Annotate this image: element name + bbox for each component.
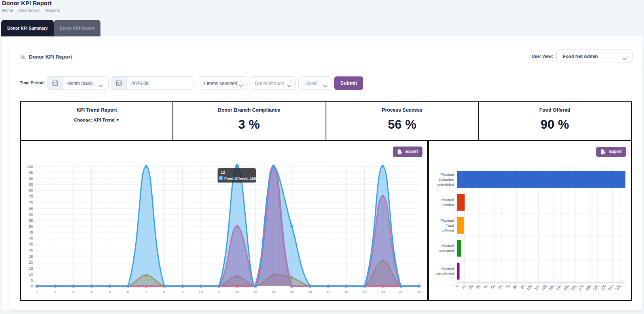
svg-text:4: 4 bbox=[91, 289, 93, 294]
svg-text:15: 15 bbox=[29, 266, 33, 270]
svg-text:20: 20 bbox=[468, 284, 474, 289]
svg-text:Food: Food bbox=[445, 223, 454, 228]
svg-text:13: 13 bbox=[253, 289, 258, 294]
svg-text:170: 170 bbox=[578, 284, 585, 291]
svg-text:10: 10 bbox=[199, 289, 203, 294]
svg-text:6: 6 bbox=[127, 289, 129, 294]
svg-text:Planned: Planned bbox=[440, 172, 454, 177]
svg-text:80: 80 bbox=[512, 284, 518, 289]
svg-text:150: 150 bbox=[563, 284, 570, 291]
svg-text:Planned: Planned bbox=[440, 218, 454, 223]
svg-text:Planned: Planned bbox=[440, 266, 454, 271]
svg-text:110: 110 bbox=[533, 284, 540, 291]
svg-text:Scheduled: Scheduled bbox=[436, 183, 454, 187]
svg-text:1: 1 bbox=[36, 289, 38, 294]
svg-text:Planned: Planned bbox=[440, 198, 454, 202]
svg-text:Transferred: Transferred bbox=[435, 272, 454, 276]
svg-text:5: 5 bbox=[31, 278, 33, 282]
svg-text:9: 9 bbox=[182, 289, 184, 294]
svg-text:16: 16 bbox=[308, 289, 312, 294]
svg-text:65: 65 bbox=[29, 206, 33, 211]
svg-text:Accepted: Accepted bbox=[438, 249, 454, 253]
svg-text:200: 200 bbox=[600, 284, 607, 291]
svg-text:160: 160 bbox=[570, 284, 578, 291]
svg-text:85: 85 bbox=[29, 182, 33, 186]
svg-text:25: 25 bbox=[29, 254, 33, 259]
svg-text:20: 20 bbox=[29, 260, 33, 265]
svg-text:3: 3 bbox=[72, 289, 74, 294]
svg-text:55: 55 bbox=[29, 218, 33, 223]
svg-text:50: 50 bbox=[29, 224, 33, 228]
svg-text:7: 7 bbox=[145, 289, 147, 294]
svg-text:21: 21 bbox=[399, 289, 403, 294]
svg-text:180: 180 bbox=[585, 284, 592, 291]
svg-text:50: 50 bbox=[490, 284, 496, 289]
svg-text:30: 30 bbox=[29, 248, 33, 252]
svg-text:5: 5 bbox=[109, 289, 111, 294]
svg-text:Offered: Offered bbox=[441, 228, 454, 233]
svg-text:8: 8 bbox=[163, 289, 165, 294]
svg-text:35: 35 bbox=[29, 242, 33, 246]
svg-text:60: 60 bbox=[29, 212, 33, 217]
svg-text:140: 140 bbox=[555, 284, 563, 291]
svg-text:100: 100 bbox=[27, 164, 33, 169]
svg-text:100: 100 bbox=[526, 284, 533, 291]
svg-text:18: 18 bbox=[344, 289, 349, 294]
svg-text:75: 75 bbox=[29, 194, 33, 198]
svg-text:0: 0 bbox=[455, 284, 459, 288]
svg-text:120: 120 bbox=[540, 284, 548, 291]
svg-text:12: 12 bbox=[235, 289, 239, 294]
svg-text:95: 95 bbox=[29, 170, 33, 175]
svg-text:19: 19 bbox=[362, 289, 367, 294]
svg-text:14: 14 bbox=[271, 289, 276, 294]
svg-text:220: 220 bbox=[614, 284, 622, 291]
svg-text:Posted: Posted bbox=[442, 203, 454, 207]
svg-text:130: 130 bbox=[548, 284, 555, 291]
svg-text:20: 20 bbox=[381, 289, 385, 294]
svg-text:70: 70 bbox=[29, 200, 33, 204]
svg-text:40: 40 bbox=[483, 284, 489, 289]
svg-text:0: 0 bbox=[31, 284, 33, 288]
svg-text:30: 30 bbox=[475, 284, 481, 289]
svg-text:10: 10 bbox=[460, 284, 466, 289]
svg-text:45: 45 bbox=[29, 230, 33, 234]
svg-text:70: 70 bbox=[505, 284, 511, 289]
svg-text:40: 40 bbox=[29, 236, 33, 240]
svg-text:17: 17 bbox=[326, 289, 330, 294]
svg-text:22: 22 bbox=[417, 289, 421, 294]
svg-text:2: 2 bbox=[54, 289, 56, 294]
svg-text:10: 10 bbox=[29, 272, 33, 276]
svg-text:190: 190 bbox=[592, 284, 600, 291]
svg-text:15: 15 bbox=[290, 289, 294, 294]
svg-text:60: 60 bbox=[497, 284, 503, 289]
svg-text:11: 11 bbox=[217, 289, 221, 294]
svg-text:90: 90 bbox=[519, 284, 525, 289]
svg-text:90: 90 bbox=[29, 176, 33, 181]
svg-text:80: 80 bbox=[29, 188, 33, 192]
svg-text:Donation: Donation bbox=[439, 177, 454, 182]
svg-text:Planned: Planned bbox=[440, 244, 454, 248]
svg-text:210: 210 bbox=[607, 284, 614, 291]
